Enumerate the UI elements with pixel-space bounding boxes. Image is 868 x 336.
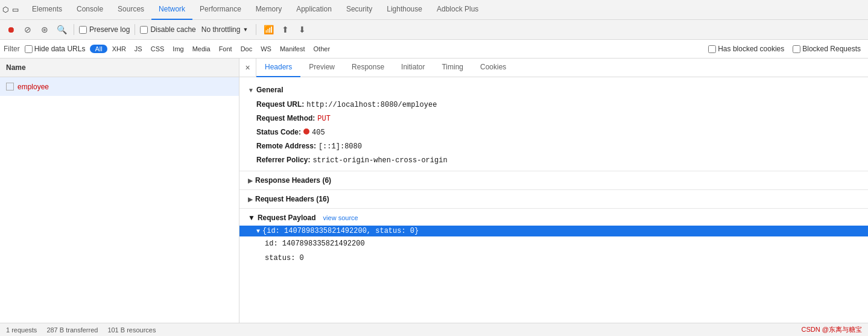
payload-id-value: 1407898335821492200 — [282, 238, 365, 250]
divider-3 — [239, 208, 868, 209]
devtools-controls: ⬡ ▭ — [2, 5, 25, 14]
divider-2 — [239, 189, 868, 190]
clear-icon[interactable]: ⊘ — [21, 22, 35, 37]
filter-type-img[interactable]: Img — [169, 45, 187, 53]
chevron-down-icon: ▼ — [242, 27, 248, 33]
payload-status-row: status: 0 — [239, 251, 868, 265]
filter-type-doc[interactable]: Doc — [237, 45, 256, 53]
filter-type-js[interactable]: JS — [131, 45, 146, 53]
blocked-requests-checkbox[interactable]: Blocked Requests — [793, 45, 861, 53]
resources-size: 101 B resources — [107, 326, 156, 334]
sub-tab-bar: × HeadersPreviewResponseInitiatorTimingC… — [239, 59, 868, 77]
status-code-value: 405 — [312, 127, 325, 138]
request-method-label: Request Method: — [256, 113, 315, 124]
general-section-content: Request URL: http://localhost:8080/emplo… — [239, 97, 868, 168]
hide-data-urls-checkbox[interactable]: Hide data URLs — [25, 45, 86, 53]
general-section-header[interactable]: ▼ General — [239, 83, 868, 97]
filter-type-media[interactable]: Media — [189, 45, 214, 53]
requests-count: 1 requests — [6, 326, 37, 334]
filter-type-all[interactable]: All — [90, 45, 107, 53]
top-tab-elements[interactable]: Elements — [25, 0, 69, 20]
filter-type-xhr[interactable]: XHR — [109, 45, 130, 53]
toolbar-sep-1 — [74, 24, 74, 35]
referrer-policy-label: Referrer Policy: — [256, 154, 310, 165]
filter-type-font[interactable]: Font — [215, 45, 236, 53]
request-headers-section: ▶ Request Headers (16) — [239, 192, 868, 206]
sub-tab-preview[interactable]: Preview — [300, 59, 343, 77]
wifi-icon[interactable]: 📶 — [261, 22, 276, 37]
top-tab-console[interactable]: Console — [69, 0, 110, 20]
arrow-right-icon: ▶ — [248, 177, 253, 184]
top-tab-adblock-plus[interactable]: Adblock Plus — [429, 0, 486, 20]
sub-tab-cookies[interactable]: Cookies — [472, 59, 515, 77]
payload-id-row: id: 1407898335821492200 — [239, 236, 868, 251]
filter-type-other[interactable]: Other — [310, 45, 334, 53]
filter-type-ws[interactable]: WS — [257, 45, 275, 53]
filter-label: Filter — [4, 45, 20, 53]
status-code-label: Status Code: — [256, 127, 301, 138]
watermark: CSDN @东离与糖宝 — [802, 325, 862, 334]
disable-cache-checkbox[interactable]: Disable cache — [140, 25, 195, 34]
payload-status-label: status: — [265, 252, 300, 264]
arrow-down-icon-3: ▼ — [256, 228, 260, 235]
top-tab-sources[interactable]: Sources — [110, 0, 151, 20]
request-url-row: Request URL: http://localhost:8080/emplo… — [239, 98, 868, 112]
referrer-policy-row: Referrer Policy: strict-origin-when-cros… — [239, 153, 868, 167]
inspect-icon[interactable]: ⬡ — [2, 5, 8, 14]
view-source-link[interactable]: view source — [323, 214, 358, 221]
name-column-header: Name — [0, 59, 239, 77]
filter-type-css[interactable]: CSS — [147, 45, 168, 53]
arrow-right-icon-2: ▶ — [248, 196, 253, 203]
main-content: Name employee × HeadersPreviewResponseIn… — [0, 59, 868, 323]
top-tab-bar: ⬡ ▭ ElementsConsoleSourcesNetworkPerform… — [0, 0, 868, 20]
top-tab-security[interactable]: Security — [339, 0, 379, 20]
top-tab-performance[interactable]: Performance — [192, 0, 249, 20]
top-tab-lighthouse[interactable]: Lighthouse — [379, 0, 429, 20]
sub-tab-timing[interactable]: Timing — [433, 59, 472, 77]
arrow-down-icon-2: ▼ — [248, 214, 255, 222]
payload-status-value: 0 — [300, 252, 304, 264]
payload-object-value: {id: 1407898335821492200, status: 0} — [262, 227, 419, 235]
has-blocked-cookies-checkbox[interactable]: Has blocked cookies — [708, 45, 784, 53]
filter-row: Filter Hide data URLs AllXHRJSCSSImgMedi… — [0, 40, 868, 59]
request-url-value: http://localhost:8080/employee — [306, 100, 437, 110]
filter-icon[interactable]: ⊛ — [37, 22, 52, 37]
response-headers-header[interactable]: ▶ Response Headers (6) — [239, 174, 868, 187]
response-headers-section: ▶ Response Headers (6) — [239, 174, 868, 187]
status-code-row: Status Code: 405 — [239, 125, 868, 139]
status-bar: 1 requests 287 B transferred 101 B resou… — [0, 323, 868, 336]
top-tab-network[interactable]: Network — [151, 0, 192, 20]
top-tab-memory[interactable]: Memory — [249, 0, 289, 20]
download-icon[interactable]: ⬇ — [295, 22, 309, 37]
preserve-log-checkbox[interactable]: Preserve log — [79, 25, 130, 34]
sub-tab-response[interactable]: Response — [343, 59, 393, 77]
filter-type-manifest[interactable]: Manifest — [276, 45, 309, 53]
request-method-value: PUT — [317, 113, 331, 124]
request-payload-header[interactable]: ▼ Request Payload view source — [239, 211, 868, 224]
request-list: employee — [0, 77, 239, 323]
request-headers-header[interactable]: ▶ Request Headers (16) — [239, 192, 868, 206]
payload-id-label: id: — [265, 238, 282, 250]
sub-tab-initiator[interactable]: Initiator — [393, 59, 433, 77]
transferred-size: 287 B transferred — [46, 326, 98, 334]
upload-icon[interactable]: ⬆ — [278, 22, 293, 37]
remote-address-row: Remote Address: [::1]:8080 — [239, 139, 868, 153]
top-tab-application[interactable]: Application — [289, 0, 339, 20]
sub-tab-headers[interactable]: Headers — [256, 59, 300, 77]
list-item[interactable]: employee — [0, 77, 239, 96]
request-name: employee — [17, 83, 49, 91]
status-error-dot — [303, 128, 309, 135]
right-panel: × HeadersPreviewResponseInitiatorTimingC… — [239, 59, 868, 323]
arrow-down-icon: ▼ — [248, 87, 254, 94]
close-panel-button[interactable]: × — [239, 59, 256, 77]
left-panel: Name employee — [0, 59, 239, 323]
device-icon[interactable]: ▭ — [12, 5, 19, 14]
network-toolbar: ⏺ ⊘ ⊛ 🔍 Preserve log Disable cache No th… — [0, 20, 868, 40]
search-icon[interactable]: 🔍 — [54, 22, 69, 37]
request-url-label: Request URL: — [256, 99, 304, 110]
toolbar-sep-2 — [135, 24, 135, 35]
throttle-dropdown[interactable]: No throttling ▼ — [198, 24, 252, 36]
record-icon[interactable]: ⏺ — [4, 22, 18, 37]
referrer-policy-value: strict-origin-when-cross-origin — [312, 155, 447, 166]
payload-object-row[interactable]: ▼ {id: 1407898335821492200, status: 0} — [239, 226, 868, 236]
